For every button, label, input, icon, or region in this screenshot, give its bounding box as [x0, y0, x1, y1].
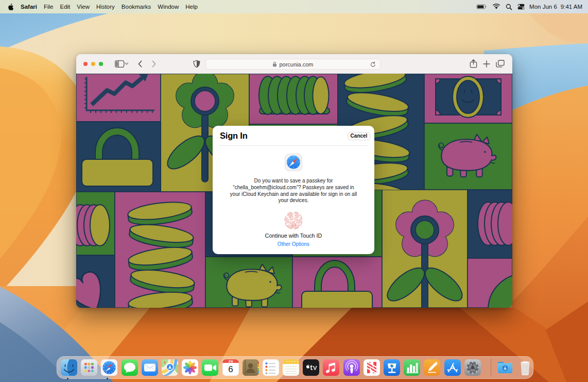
svg-text:6: 6: [228, 364, 233, 374]
svg-text:JUN: JUN: [228, 360, 233, 363]
